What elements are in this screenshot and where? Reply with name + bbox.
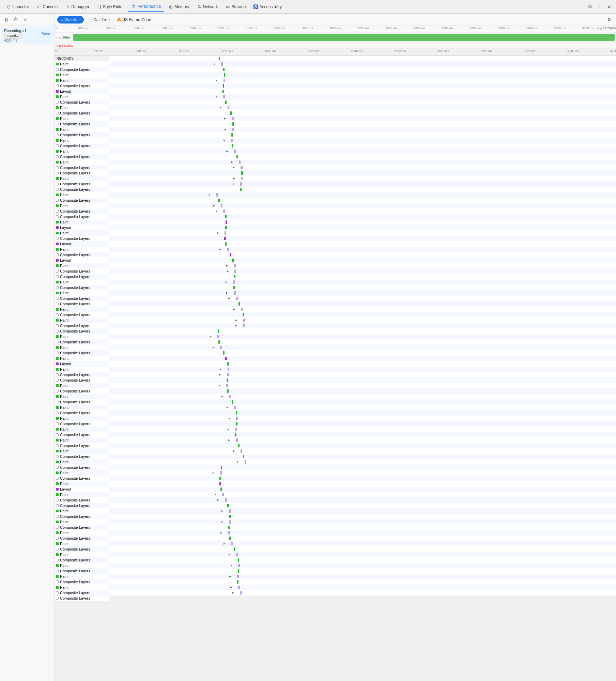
expand-arrow-64[interactable]: ▶ bbox=[227, 406, 228, 409]
list-item[interactable]: Paint bbox=[55, 405, 109, 410]
tab-console[interactable]: >_ Console bbox=[33, 2, 61, 11]
expand-arrow-91[interactable]: ▶ bbox=[229, 553, 230, 556]
save-button[interactable]: Save bbox=[42, 32, 50, 36]
list-item[interactable]: Composite Layers bbox=[55, 328, 109, 334]
list-item[interactable]: Paint bbox=[55, 105, 109, 110]
list-item[interactable]: Composite Layers bbox=[55, 214, 109, 219]
list-item[interactable]: Composite Layers bbox=[55, 443, 109, 448]
expand-arrow-57[interactable]: ▶ bbox=[220, 368, 221, 371]
list-item[interactable]: Composite Layers bbox=[55, 476, 109, 481]
list-item[interactable]: Paint bbox=[55, 247, 109, 252]
expand-arrow-80[interactable]: ▶ bbox=[215, 493, 216, 496]
list-item[interactable]: Composite Layers bbox=[55, 557, 109, 563]
list-item[interactable]: Composite Layers bbox=[55, 503, 109, 508]
expand-arrow-98[interactable]: ▶ bbox=[232, 591, 234, 594]
expand-arrow-1[interactable]: ▶ bbox=[214, 63, 215, 65]
list-item[interactable]: Paint bbox=[55, 356, 109, 361]
expand-arrow-15[interactable]: ▶ bbox=[224, 139, 225, 142]
list-item[interactable]: Paint bbox=[55, 519, 109, 525]
list-item[interactable]: Composite Layers bbox=[55, 301, 109, 307]
list-item[interactable]: Paint bbox=[55, 61, 109, 67]
expand-arrow-46[interactable]: ▶ bbox=[233, 308, 235, 311]
list-item[interactable]: Paint bbox=[55, 448, 109, 454]
list-item[interactable]: Layout bbox=[55, 89, 109, 94]
expand-arrow-83[interactable]: ▶ bbox=[221, 510, 223, 512]
list-item[interactable]: Paint bbox=[55, 345, 109, 350]
expand-arrow-76[interactable]: ▶ bbox=[213, 471, 214, 474]
expand-arrow-9[interactable]: ▶ bbox=[220, 106, 221, 109]
list-item[interactable]: Paint bbox=[55, 138, 109, 143]
list-item[interactable]: Paint bbox=[55, 563, 109, 568]
list-item[interactable]: Composite Layers bbox=[55, 110, 109, 116]
list-item[interactable]: Paint bbox=[55, 307, 109, 312]
list-item[interactable]: Composite Layers bbox=[55, 339, 109, 345]
expand-arrow-74[interactable]: ▶ bbox=[237, 461, 238, 463]
js-flame-tab[interactable]: 🔥 JS Flame Chart bbox=[114, 16, 154, 24]
list-item[interactable]: Paint bbox=[55, 383, 109, 388]
list-item[interactable]: Composite Layers bbox=[55, 208, 109, 214]
clear-button[interactable]: 🗑 bbox=[2, 16, 10, 24]
list-item[interactable]: Composite Layers bbox=[55, 525, 109, 530]
list-item[interactable]: Paint bbox=[55, 492, 109, 497]
list-item[interactable]: Paint bbox=[55, 176, 109, 181]
list-item[interactable]: Layout bbox=[55, 361, 109, 367]
list-item[interactable]: Paint bbox=[55, 263, 109, 268]
expand-arrow-95[interactable]: ▶ bbox=[229, 575, 231, 578]
list-item[interactable]: Composite Layers bbox=[55, 132, 109, 138]
expand-arrow-25[interactable]: ▶ bbox=[209, 194, 211, 196]
list-item[interactable]: Composite Layers bbox=[55, 421, 109, 427]
expand-arrow-39[interactable]: ▶ bbox=[227, 270, 229, 273]
expand-arrow-62[interactable]: ▶ bbox=[221, 395, 223, 398]
list-item[interactable]: Paint bbox=[55, 367, 109, 372]
list-item[interactable]: Composite Layers bbox=[55, 187, 109, 192]
tab-accessibility[interactable]: ♿ Accessibility bbox=[250, 2, 285, 11]
list-item[interactable]: Composite Layers bbox=[55, 170, 109, 176]
expand-arrow-53[interactable]: ▶ bbox=[213, 346, 214, 349]
expand-arrow-43[interactable]: ▶ bbox=[226, 292, 228, 294]
expand-arrow-70[interactable]: ▶ bbox=[228, 439, 230, 442]
list-item[interactable]: Paint bbox=[55, 552, 109, 557]
expand-arrow-41[interactable]: ▶ bbox=[226, 281, 227, 283]
expand-arrow-72[interactable]: ▶ bbox=[233, 450, 235, 452]
list-item[interactable]: Composite Layers bbox=[55, 198, 109, 203]
list-item[interactable]: Composite Layers bbox=[55, 67, 109, 72]
list-item[interactable]: Paint bbox=[55, 127, 109, 132]
list-item[interactable]: Paint bbox=[55, 427, 109, 432]
list-item[interactable]: Paint bbox=[55, 459, 109, 465]
list-item[interactable]: Composite Layers bbox=[55, 252, 109, 258]
list-item[interactable]: Composite Layers bbox=[55, 323, 109, 328]
timer-button[interactable]: ⏱ bbox=[12, 16, 20, 24]
list-item[interactable]: Layout bbox=[55, 225, 109, 230]
list-item[interactable]: Composite Layers bbox=[55, 399, 109, 405]
tab-memory[interactable]: ◎ Memory bbox=[165, 2, 192, 11]
list-item[interactable]: Paint bbox=[55, 481, 109, 486]
expand-arrow-28[interactable]: ▶ bbox=[216, 210, 217, 213]
list-item[interactable]: Composite Layers bbox=[55, 372, 109, 377]
window-restore-button[interactable]: ⧉ bbox=[586, 3, 594, 11]
waterfall-tab[interactable]: ≡ Waterfall bbox=[57, 16, 84, 24]
list-item[interactable]: Composite Layers bbox=[55, 121, 109, 127]
list-item[interactable]: Paint bbox=[55, 219, 109, 225]
list-item[interactable]: Composite Layers bbox=[55, 350, 109, 356]
records-area[interactable]: RECORDS PaintComposite LayersPaintPaintC… bbox=[55, 56, 616, 681]
list-item[interactable]: Composite Layers bbox=[55, 465, 109, 470]
expand-arrow-89[interactable]: ▶ bbox=[224, 542, 225, 545]
list-item[interactable]: Composite Layers bbox=[55, 595, 109, 601]
expand-arrow-97[interactable]: ▶ bbox=[230, 586, 232, 589]
tab-storage[interactable]: ▭ Storage bbox=[222, 2, 249, 11]
list-item[interactable]: Composite Layers bbox=[55, 83, 109, 89]
expand-arrow-58[interactable]: ▶ bbox=[219, 373, 221, 376]
expand-arrow-66[interactable]: ▶ bbox=[229, 417, 230, 420]
list-item[interactable]: Paint bbox=[55, 508, 109, 514]
list-item[interactable]: Composite Layers bbox=[55, 312, 109, 318]
window-close-button[interactable]: ✕ bbox=[605, 3, 613, 11]
expand-arrow-85[interactable]: ▶ bbox=[221, 521, 223, 523]
list-item[interactable]: Composite Layers bbox=[55, 590, 109, 595]
list-item[interactable]: Composite Layers bbox=[55, 154, 109, 159]
window-more-button[interactable]: ⋯ bbox=[596, 3, 604, 11]
import-settings-button[interactable]: ⎆ bbox=[21, 16, 29, 24]
import-button[interactable]: Import... bbox=[4, 33, 21, 38]
list-item[interactable]: Composite Layers bbox=[55, 165, 109, 170]
list-item[interactable]: Composite Layers bbox=[55, 579, 109, 585]
list-item[interactable]: Composite Layers bbox=[55, 454, 109, 459]
